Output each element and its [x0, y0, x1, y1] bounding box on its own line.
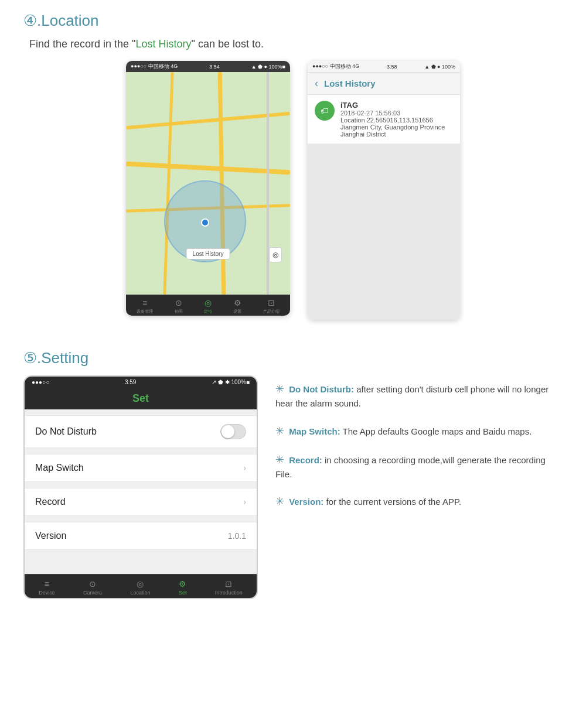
history-coords: Location 22.565016,113.151656: [340, 117, 453, 124]
do-not-disturb-row[interactable]: Do Not Disturb: [25, 415, 257, 448]
map-switch-label: Map Switch: [35, 463, 84, 473]
map-switch-desc: The App defaults Google maps and Baidu m…: [343, 426, 532, 436]
info-panel: ✳ Do Not Disturb: after setting don't di…: [275, 375, 563, 522]
version-desc: for the current versions of the APP.: [326, 497, 462, 507]
map-switch-row[interactable]: Map Switch ›: [25, 454, 257, 482]
record-label: Record: [35, 497, 66, 507]
map-switch-chevron-icon: ›: [243, 463, 246, 473]
tag-name: iTAG: [340, 101, 453, 110]
map-lost-history-btn[interactable]: Lost History: [186, 248, 230, 259]
do-not-disturb-label: Do Not Disturb: [35, 426, 97, 437]
nav-device-icon: ≡: [45, 579, 49, 589]
map-location-dot: [201, 218, 209, 227]
location-section: ④.Location Find the record in the "Lost …: [23, 12, 563, 320]
nav-item-device[interactable]: ≡ 设备管理: [137, 298, 153, 315]
version-value: 1.0.1: [228, 531, 246, 541]
record-chevron-icon: ›: [243, 497, 246, 507]
settings-icon: ⚙: [234, 298, 241, 307]
bullet-icon: ✳: [275, 454, 284, 466]
settings-body: Do Not Disturb Map Switch › Record ›: [25, 409, 257, 574]
history-header: ‹ Lost History: [308, 73, 460, 95]
map-content: Lost History ◎: [126, 72, 290, 295]
setting-layout: ●●●○○ 3:59 ↗ ⬟ ✱ 100%■ Set Do Not Distur…: [23, 375, 563, 599]
intro-icon: ⊡: [268, 298, 275, 307]
nav-set-icon: ⚙: [179, 579, 186, 589]
history-empty-area: [308, 144, 460, 320]
phone-frame: ●●●○○ 3:59 ↗ ⬟ ✱ 100%■ Set Do Not Distur…: [23, 375, 258, 599]
device-icon: ≡: [142, 298, 147, 307]
location-screenshots: ●●●○○ 中国移动 4G 3:54 ▲ ⬟ ● 100%■ Lost Hist…: [23, 61, 563, 320]
version-row: Version 1.0.1: [25, 522, 257, 550]
location-description: Find the record in the "Lost History" ca…: [29, 38, 563, 50]
nav-item-settings[interactable]: ⚙ 设置: [233, 298, 241, 315]
record-term: Record:: [289, 455, 322, 465]
nav-item-intro[interactable]: ⊡ 产品介绍: [263, 298, 280, 315]
version-term: Version:: [289, 497, 323, 507]
do-not-disturb-term: Do Not Disturb:: [289, 384, 354, 394]
history-title: Lost History: [324, 78, 376, 88]
history-item-info: iTAG 2018-02-27 15:56:03 Location 22.565…: [340, 101, 453, 138]
settings-spacer: [25, 551, 257, 568]
settings-status-bar: ●●●○○ 3:59 ↗ ⬟ ✱ 100%■: [25, 377, 257, 388]
history-item[interactable]: 🏷 iTAG 2018-02-27 15:56:03 Location 22.5…: [308, 95, 460, 144]
bullet-icon: ✳: [275, 383, 284, 395]
settings-nav-bar: ≡ Device ⊙ Camera ◎ Location ⚙ Set: [25, 574, 257, 598]
map-status-bar: ●●●○○ 中国移动 4G 3:54 ▲ ⬟ ● 100%■: [126, 61, 290, 72]
settings-app-header: Set: [25, 388, 257, 409]
settings-nav-camera[interactable]: ⊙ Camera: [83, 579, 102, 596]
settings-nav-location[interactable]: ◎ Location: [130, 579, 150, 596]
info-version: ✳ Version: for the current versions of t…: [275, 494, 563, 510]
map-road: [126, 162, 290, 175]
version-label: Version: [35, 531, 66, 541]
history-phone: ●●●○○ 中国移动 4G 3:58 ▲ ⬟ ● 100% ‹ Lost His…: [308, 61, 460, 320]
nav-location-icon: ◎: [137, 579, 144, 589]
do-not-disturb-toggle[interactable]: [220, 424, 246, 439]
itag-icon: 🏷: [315, 101, 335, 121]
bullet-icon: ✳: [275, 495, 284, 507]
record-row[interactable]: Record ›: [25, 488, 257, 516]
history-address: Jiangmen City, Guangdong Province Jiangh…: [340, 124, 453, 138]
camera-icon: ⊙: [175, 298, 182, 307]
nav-item-camera[interactable]: ⊙ 拍照: [175, 298, 183, 315]
info-do-not-disturb: ✳ Do Not Disturb: after setting don't di…: [275, 381, 563, 411]
map-road: [267, 72, 269, 295]
settings-nav-intro[interactable]: ⊡ Introduction: [215, 579, 243, 596]
location-heading: ④.Location: [23, 12, 563, 30]
map-nav-bar: ≡ 设备管理 ⊙ 拍照 ◎ 定位 ⚙ 设置 ⊡ 产品介绍: [126, 295, 290, 316]
map-road: [126, 112, 289, 129]
info-record: ✳ Record: in choosing a recording mode,w…: [275, 452, 563, 481]
map-locate-btn[interactable]: ◎: [269, 247, 282, 262]
bullet-icon: ✳: [275, 425, 284, 437]
setting-heading: ⑤.Setting: [23, 349, 563, 367]
map-phone: ●●●○○ 中国移动 4G 3:54 ▲ ⬟ ● 100%■ Lost Hist…: [126, 61, 290, 316]
map-switch-term: Map Switch:: [289, 426, 340, 436]
back-arrow-icon[interactable]: ‹: [315, 77, 318, 90]
history-status-bar: ●●●○○ 中国移动 4G 3:58 ▲ ⬟ ● 100%: [308, 61, 460, 73]
settings-phone: ●●●○○ 3:59 ↗ ⬟ ✱ 100%■ Set Do Not Distur…: [23, 375, 258, 599]
nav-intro-icon: ⊡: [225, 579, 232, 589]
map-road: [163, 72, 173, 295]
settings-nav-device[interactable]: ≡ Device: [39, 579, 55, 596]
settings-nav-set[interactable]: ⚙ Set: [179, 579, 187, 596]
location-icon: ◎: [205, 298, 212, 307]
history-time: 2018-02-27 15:56:03: [340, 110, 453, 117]
nav-item-location[interactable]: ◎ 定位: [204, 298, 212, 315]
nav-camera-icon: ⊙: [89, 579, 96, 589]
setting-section: ⑤.Setting ●●●○○ 3:59 ↗ ⬟ ✱ 100%■ Set Do …: [23, 349, 563, 599]
info-map-switch: ✳ Map Switch: The App defaults Google ma…: [275, 423, 563, 439]
